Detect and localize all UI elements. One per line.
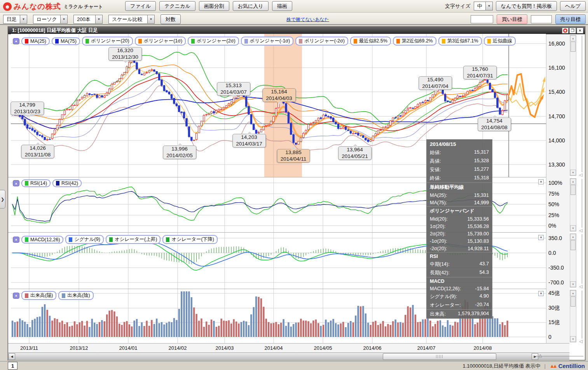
vertical-scrollbar[interactable]: ▲▼: [570, 35, 576, 176]
macd-chip[interactable]: オシレーター(下降): [162, 235, 218, 244]
scrollbar-thumb[interactable]: [571, 296, 576, 307]
chip-color-swatch: [69, 237, 72, 242]
vertical-scrollbar[interactable]: ▲▼: [570, 233, 576, 288]
tooltip-label: 2σ(20):: [430, 231, 445, 237]
log-scale-button[interactable]: 対数: [161, 14, 181, 24]
chevron-down-icon[interactable]: ▼: [485, 2, 493, 11]
y-axis-label: 350.0: [548, 235, 562, 241]
scroll-up-icon[interactable]: ▲: [570, 35, 576, 41]
tooltip-value: 1,579,379,904: [458, 311, 489, 317]
buy-target-input[interactable]: [471, 15, 493, 23]
side-panel-expand-handle[interactable]: ❯: [0, 190, 5, 209]
scroll-up-icon[interactable]: ▲: [570, 179, 576, 184]
toolbar-button[interactable]: なんでも質問！掲示板: [496, 1, 557, 11]
sell-target-button[interactable]: 売り目標: [555, 14, 586, 24]
tooltip-label: 終値:: [430, 175, 441, 182]
scale-slider-handle[interactable]: ◁: [579, 228, 582, 233]
chip-label: ボリンジャー(-1σ): [250, 38, 290, 44]
collapse-panel-icon[interactable]: ▲: [13, 237, 19, 243]
indicator-chip[interactable]: MA(75): [52, 37, 80, 45]
close-window-icon[interactable]: ✕: [577, 28, 583, 33]
x-axis-label: 2013/11: [20, 345, 38, 351]
chevron-down-icon[interactable]: ▼: [95, 15, 103, 24]
chart-setting-select[interactable]: 200本▼: [73, 15, 103, 24]
tooltip-row: 終値:15,318: [427, 174, 492, 182]
vertical-scrollbar[interactable]: ▲▼: [570, 290, 576, 342]
scale-slider[interactable]: ◁: [579, 178, 585, 231]
scrollbar-thumb[interactable]: [571, 42, 576, 52]
chart-window-titlebar[interactable]: 1: [100000018] 日経平均株価 大証 日足 ☻ ❐ ✕: [8, 27, 585, 34]
scale-slider[interactable]: ◁: [579, 35, 585, 176]
font-size-select[interactable]: 中 ▼: [474, 2, 493, 11]
scroll-up-icon[interactable]: ▲: [570, 234, 576, 240]
restore-window-icon[interactable]: ❐: [569, 28, 576, 33]
indicator-chip[interactable]: ボリンジャー(1σ): [135, 37, 186, 46]
annotation-price: 15,490: [422, 77, 448, 83]
indicator-chip[interactable]: 最近似82.5%: [350, 37, 391, 46]
scrollbar-thumb[interactable]: [383, 353, 496, 360]
collapse-panel-icon[interactable]: ▲: [13, 180, 19, 186]
scroll-right-icon[interactable]: ▶: [532, 353, 538, 360]
sell-target-input[interactable]: [531, 15, 552, 23]
tooltip-row: シグナル(9):4.90: [427, 292, 492, 301]
horizontal-scrollbar[interactable]: ◀ ▶: [8, 352, 569, 360]
chevron-down-icon[interactable]: ▼: [147, 15, 155, 24]
toolbar-button[interactable]: 描画: [272, 1, 292, 11]
vertical-scrollbar[interactable]: ▲▼: [570, 178, 576, 231]
chart-setting-select[interactable]: 日足▼: [3, 15, 27, 24]
scale-slider-handle[interactable]: ◁: [579, 284, 582, 289]
volume-chip[interactable]: 出来高(陰): [58, 291, 93, 300]
scrollbar-thumb[interactable]: [571, 185, 576, 195]
toolbar-button[interactable]: お気に入り: [233, 1, 269, 11]
scroll-left-icon[interactable]: ◀: [9, 353, 15, 360]
close-panel-icon[interactable]: ✕: [538, 235, 544, 240]
indicator-chip[interactable]: ボリンジャー(2σ): [188, 37, 239, 46]
scale-slider-handle[interactable]: ◁: [579, 339, 582, 344]
scroll-down-icon[interactable]: ▼: [570, 336, 576, 342]
scroll-down-icon[interactable]: ▼: [570, 170, 576, 175]
scroll-down-icon[interactable]: ▼: [570, 225, 576, 231]
chevron-down-icon[interactable]: ▼: [60, 15, 68, 24]
indicator-chip[interactable]: ボリンジャー(20): [82, 37, 133, 46]
indicator-chip[interactable]: 第2近似69.2%: [393, 37, 436, 46]
y-axis-label: 25%: [548, 212, 559, 218]
macd-chip[interactable]: シグナル(9): [65, 235, 103, 244]
scroll-down-icon[interactable]: ▼: [570, 281, 576, 287]
buy-target-button[interactable]: 買い目標: [497, 14, 527, 24]
collapse-panel-icon[interactable]: ▲: [13, 38, 19, 44]
tooltip-label: MA(25):: [430, 193, 447, 198]
rsi-chip[interactable]: RSI(14): [21, 179, 51, 187]
close-panel-icon[interactable]: ✕: [538, 179, 544, 184]
indicator-chip[interactable]: MA(25): [21, 37, 50, 45]
scale-slider[interactable]: ◁: [579, 290, 585, 342]
volume-chip[interactable]: 出来高(陽): [21, 291, 56, 300]
chart-setting-select[interactable]: スケール比較▼: [108, 15, 155, 24]
scrollbar-thumb[interactable]: [571, 240, 576, 250]
toolbar-button[interactable]: ファイル: [125, 1, 156, 11]
toolbar-button[interactable]: ヘルプ: [560, 1, 586, 11]
collapse-panel-icon[interactable]: ▲: [13, 293, 19, 299]
indicator-chip[interactable]: ボリンジャー(-2σ): [295, 37, 348, 46]
brand-subtitle: ミラクル チャート: [64, 4, 103, 10]
close-panel-icon[interactable]: ✕: [538, 291, 544, 296]
zoom-slider-handle[interactable]: △: [539, 353, 542, 358]
scale-slider-handle[interactable]: ◁: [579, 172, 582, 177]
scale-slider[interactable]: ◁: [579, 233, 585, 288]
y-axis-label: 14,000: [548, 137, 565, 144]
chart-setting-select[interactable]: ローソク▼: [33, 15, 68, 24]
scroll-up-icon[interactable]: ▲: [570, 290, 576, 296]
rsi-chip[interactable]: RSI(42): [52, 179, 82, 187]
macd-chip[interactable]: MACD(12,26): [21, 236, 63, 244]
chevron-down-icon[interactable]: ▼: [20, 15, 27, 24]
toolbar-button[interactable]: 画面分割: [199, 1, 229, 11]
tooltip-row: 始値:15,317: [427, 148, 492, 157]
indicator-chip[interactable]: 近似曲線: [484, 37, 516, 46]
chart-tab-1[interactable]: 1: [8, 362, 17, 370]
promo-link[interactable]: 株で勝てないあなた: [286, 16, 329, 23]
x-axis-label: 2014/04: [265, 345, 283, 351]
macd-chip[interactable]: オシレーター(上昇): [106, 235, 161, 244]
y-axis-label: 16,100: [548, 65, 565, 71]
indicator-chip[interactable]: ボリンジャー(-1σ): [241, 37, 294, 46]
toolbar-button[interactable]: テクニカル: [159, 1, 195, 11]
indicator-chip[interactable]: 第3近似67.1%: [438, 37, 482, 46]
